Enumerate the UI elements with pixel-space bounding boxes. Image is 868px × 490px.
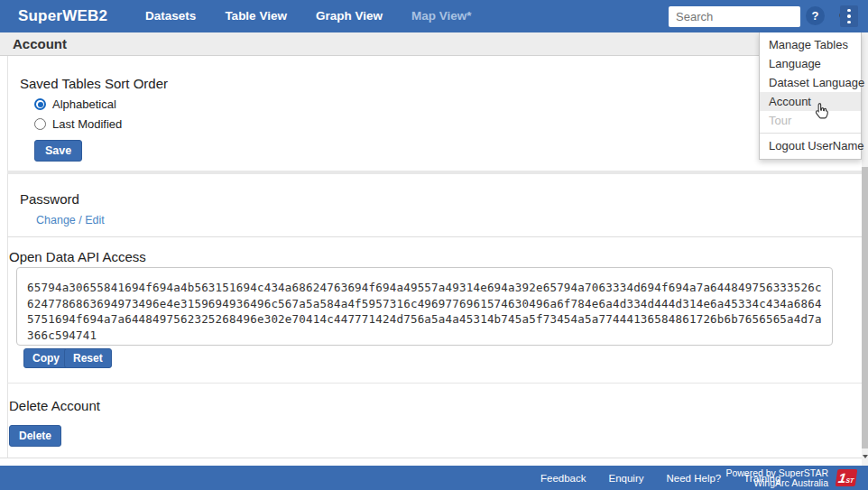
delete-button[interactable]: Delete (9, 425, 61, 447)
nav-datasets[interactable]: Datasets (131, 0, 210, 32)
scrollbar-thumb[interactable] (862, 167, 868, 448)
powered-by-line2: WingArc Australia (725, 478, 828, 488)
menu-item-account[interactable]: Account (760, 92, 861, 111)
nav-table-view[interactable]: Table View (210, 0, 301, 32)
main-nav: Datasets Table View Graph View Map View* (131, 0, 485, 32)
footer-link-feedback[interactable]: Feedback (540, 473, 586, 484)
api-token-box: 65794a30655841694f694a4b563151694c434a68… (16, 267, 833, 346)
footer-link-need-help[interactable]: Need Help? (667, 473, 722, 484)
menu-item-dataset-language[interactable]: Dataset Language (760, 73, 861, 92)
radio-alphabetical[interactable]: Alphabetical (34, 97, 116, 111)
password-heading: Password (20, 191, 79, 207)
api-token-line: 6247786863694973496e4e3159694936496c567a… (27, 296, 822, 312)
copy-button[interactable]: Copy (23, 348, 69, 368)
logo-suffix: ST (845, 477, 854, 484)
superstar-1st-logo: 1ST (836, 469, 858, 486)
more-menu-button[interactable] (840, 5, 858, 27)
api-token-line: 366c594741 (27, 328, 822, 344)
section-divider (7, 171, 862, 174)
top-navbar: SuperWEB2 Datasets Table View Graph View… (0, 0, 868, 32)
menu-separator (760, 133, 861, 134)
settings-dropdown-menu: Manage Tables Language Dataset Language … (759, 32, 862, 160)
menu-item-tour: Tour (760, 111, 861, 130)
content-left-border (7, 56, 8, 458)
footer: Feedback Enquiry Need Help? Training Pow… (0, 466, 868, 490)
nav-graph-view[interactable]: Graph View (301, 0, 397, 32)
reset-button[interactable]: Reset (64, 348, 112, 368)
section-divider (7, 236, 862, 237)
powered-by-text: Powered by SuperSTAR WingArc Australia (725, 468, 828, 487)
vertical-scrollbar[interactable] (862, 32, 868, 466)
radio-last-modified[interactable]: Last Modified (34, 117, 122, 131)
menu-item-manage-tables[interactable]: Manage Tables (760, 35, 861, 54)
change-password-link[interactable]: Change / Edit (36, 214, 105, 227)
menu-item-logout[interactable]: Logout UserName (760, 136, 861, 155)
help-button[interactable]: ? (806, 6, 825, 25)
menu-item-language[interactable]: Language (760, 54, 861, 73)
radio-alphabetical-label: Alphabetical (52, 97, 116, 111)
sort-order-heading: Saved Tables Sort Order (20, 76, 168, 91)
app-logo[interactable]: SuperWEB2 (18, 7, 107, 25)
page-title: Account (13, 36, 67, 51)
powered-by-line1: Powered by SuperSTAR (725, 468, 828, 478)
radio-alphabetical-icon[interactable] (34, 98, 46, 110)
page-title-bar: Account (0, 32, 868, 56)
bottom-divider (0, 458, 868, 458)
nav-map-view[interactable]: Map View* (397, 0, 486, 32)
section-divider (7, 383, 862, 384)
footer-link-enquiry[interactable]: Enquiry (609, 473, 644, 484)
delete-account-heading: Delete Account (9, 398, 100, 413)
api-token-line: 65794a30655841694f694a4b563151694c434a68… (27, 280, 822, 296)
save-button[interactable]: Save (34, 140, 82, 162)
api-token-line: 5751694f694a7a6448497562325268496e302e70… (27, 311, 822, 328)
api-access-heading: Open Data API Access (9, 249, 146, 264)
search-box[interactable] (669, 6, 800, 27)
scrollbar-down-arrow-icon[interactable] (863, 455, 868, 458)
radio-last-modified-label: Last Modified (52, 117, 122, 131)
radio-last-modified-icon[interactable] (34, 118, 46, 130)
